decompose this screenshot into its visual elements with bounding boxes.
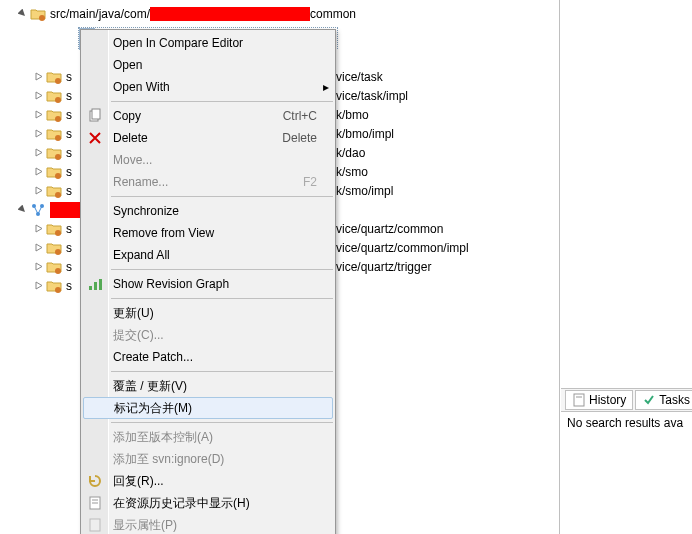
menu-synchronize[interactable]: Synchronize [81, 200, 335, 222]
menu-expand-all[interactable]: Expand All [81, 244, 335, 266]
svg-rect-16 [92, 109, 100, 119]
svg-point-14 [55, 287, 61, 293]
path-stub: s [66, 184, 72, 198]
branch-icon [30, 202, 46, 218]
menu-commit: 提交(C)... [81, 324, 335, 346]
path-stub: s [66, 241, 72, 255]
expand-icon[interactable] [30, 221, 46, 237]
svg-point-13 [55, 268, 61, 274]
svg-point-12 [55, 249, 61, 255]
package-folder-icon [46, 145, 62, 161]
path-suffix: vice/quartz/trigger [336, 260, 431, 274]
package-folder-icon [46, 164, 62, 180]
path-suffix: k/bmo/impl [336, 127, 394, 141]
svg-rect-17 [89, 286, 92, 290]
package-folder-icon [46, 69, 62, 85]
menu-rename: Rename...F2 [81, 171, 335, 193]
menu-copy[interactable]: CopyCtrl+C [81, 105, 335, 127]
menu-revert[interactable]: 回复(R)... [81, 470, 335, 492]
menu-add-ignore: 添加至 svn:ignore(D) [81, 448, 335, 470]
path-stub: s [66, 127, 72, 141]
tree-row[interactable]: src/main/java/com/ common [0, 4, 559, 23]
svg-point-2 [55, 97, 61, 103]
package-folder-icon [46, 183, 62, 199]
submenu-arrow-icon: ▸ [323, 80, 329, 94]
path-stub: s [66, 89, 72, 103]
path-suffix: k/smo [336, 165, 368, 179]
expand-icon[interactable] [30, 88, 46, 104]
menu-open-with[interactable]: Open With▸ [81, 76, 335, 98]
tab-tasks[interactable]: Tasks [635, 390, 692, 410]
expand-icon[interactable] [30, 69, 46, 85]
package-folder-icon [46, 221, 62, 237]
menu-show-graph[interactable]: Show Revision Graph [81, 273, 335, 295]
path-prefix: src/main/java/com/ [50, 7, 150, 21]
svg-point-0 [39, 15, 45, 21]
package-folder-icon [46, 240, 62, 256]
package-folder-icon [46, 126, 62, 142]
svg-rect-23 [90, 519, 100, 531]
svg-point-6 [55, 173, 61, 179]
svg-rect-18 [94, 282, 97, 290]
bottom-tabs: History Tasks [561, 388, 692, 412]
path-suffix: vice/task/impl [336, 89, 408, 103]
package-folder-icon [46, 88, 62, 104]
path-stub: s [66, 108, 72, 122]
menu-show-props: 显示属性(P) [81, 514, 335, 534]
expand-icon[interactable] [30, 145, 46, 161]
path-stub: s [66, 165, 72, 179]
expand-icon[interactable] [30, 183, 46, 199]
menu-move: Move... [81, 149, 335, 171]
menu-update[interactable]: 更新(U) [81, 302, 335, 324]
path-stub: s [66, 260, 72, 274]
path-suffix: k/dao [336, 146, 365, 160]
menu-remove-view[interactable]: Remove from View [81, 222, 335, 244]
search-results-text: No search results ava [567, 416, 692, 430]
tasks-tab-icon [642, 393, 656, 407]
menu-mark-merged[interactable]: 标记为合并(M) [83, 397, 333, 419]
path-suffix: vice/task [336, 70, 383, 84]
menu-create-patch[interactable]: Create Patch... [81, 346, 335, 368]
menu-override-update[interactable]: 覆盖 / 更新(V) [81, 375, 335, 397]
expand-icon[interactable] [30, 164, 46, 180]
collapse-icon[interactable] [14, 6, 30, 22]
path-suffix: k/smo/impl [336, 184, 393, 198]
svg-point-5 [55, 154, 61, 160]
svg-point-7 [55, 192, 61, 198]
path-suffix: vice/quartz/common [336, 222, 443, 236]
menu-open[interactable]: Open [81, 54, 335, 76]
path-stub: s [66, 222, 72, 236]
history-icon [87, 495, 103, 511]
path-stub: s [66, 279, 72, 293]
svg-point-3 [55, 116, 61, 122]
expand-icon[interactable] [30, 240, 46, 256]
tab-history[interactable]: History [565, 390, 633, 410]
package-folder-icon [46, 259, 62, 275]
expand-icon[interactable] [30, 107, 46, 123]
svg-point-4 [55, 135, 61, 141]
menu-open-compare[interactable]: Open In Compare Editor [81, 32, 335, 54]
path-stub: s [66, 146, 72, 160]
expand-icon[interactable] [30, 278, 46, 294]
path-suffix: k/bmo [336, 108, 369, 122]
expand-icon[interactable] [30, 259, 46, 275]
package-folder-icon [30, 6, 46, 22]
menu-delete[interactable]: DeleteDelete [81, 127, 335, 149]
copy-icon [87, 108, 103, 124]
package-folder-icon [46, 278, 62, 294]
revert-icon [87, 473, 103, 489]
props-icon [87, 517, 103, 533]
history-tab-icon [572, 393, 586, 407]
expand-icon[interactable] [30, 126, 46, 142]
svg-rect-24 [574, 394, 584, 406]
menu-add-vc: 添加至版本控制(A) [81, 426, 335, 448]
path-suffix: common [310, 7, 356, 21]
collapse-icon[interactable] [14, 202, 30, 218]
path-stub: s [66, 70, 72, 84]
svg-rect-19 [99, 279, 102, 290]
menu-show-history[interactable]: 在资源历史记录中显示(H) [81, 492, 335, 514]
delete-icon [87, 130, 103, 146]
context-menu: Open In Compare Editor Open Open With▸ C… [80, 29, 336, 534]
svg-point-1 [55, 78, 61, 84]
svg-point-11 [55, 230, 61, 236]
